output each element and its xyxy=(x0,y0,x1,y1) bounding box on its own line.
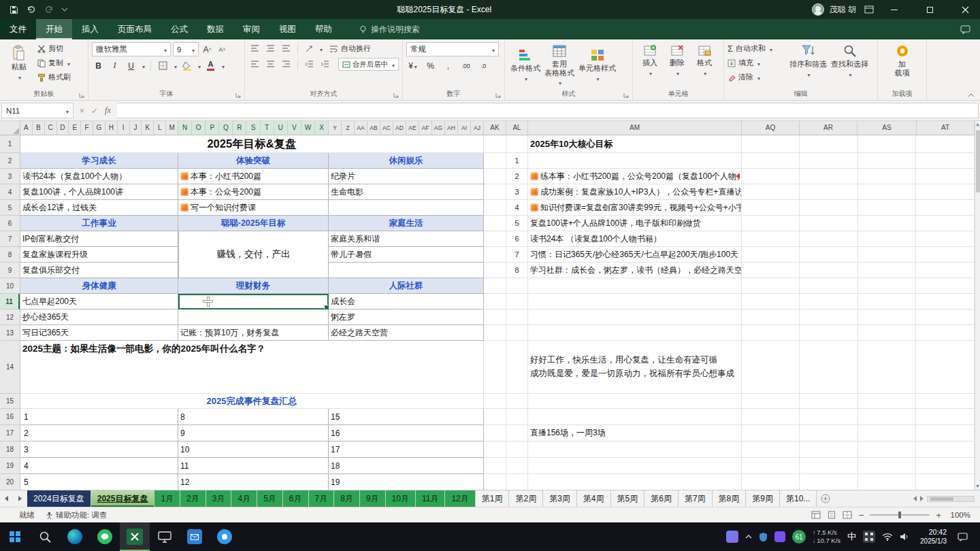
font-size-select[interactable]: 9 xyxy=(173,42,199,56)
cell[interactable] xyxy=(506,425,528,441)
scrollbar-thumb[interactable] xyxy=(976,130,980,193)
column-header-selected[interactable]: X xyxy=(315,121,329,135)
sheet-tab[interactable]: 第3周 xyxy=(543,490,577,507)
zoom-out-button[interactable]: − xyxy=(858,510,864,520)
menu-tab[interactable]: 插入 xyxy=(72,19,108,39)
column-header[interactable]: AQ xyxy=(742,121,800,135)
paste-button[interactable]: 粘贴 xyxy=(3,44,35,82)
section-header-health[interactable]: 身体健康 xyxy=(20,278,178,294)
name-box[interactable]: N11 xyxy=(1,103,74,118)
cell[interactable] xyxy=(528,441,742,458)
row-header[interactable]: 12 xyxy=(0,310,20,325)
cancel-icon[interactable]: × xyxy=(80,106,84,116)
cell[interactable]: 1 xyxy=(20,409,178,425)
maximize-button[interactable] xyxy=(915,0,945,19)
column-header[interactable]: K xyxy=(142,121,154,135)
column-header-selected[interactable]: S xyxy=(246,121,260,135)
sheet-tab[interactable]: 3月 xyxy=(206,490,232,507)
sheet-tab[interactable]: 9月 xyxy=(360,490,386,507)
cell[interactable] xyxy=(742,310,975,325)
sort-filter-button[interactable]: 排序和筛选 xyxy=(787,42,829,80)
cell[interactable]: 复盘家族课程升级 xyxy=(20,247,178,263)
taskbar-search-button[interactable] xyxy=(30,522,60,551)
taskbar-clock[interactable]: 20:42 2025/1/3 xyxy=(916,528,951,546)
row-header[interactable]: 6 xyxy=(0,216,20,231)
close-button[interactable] xyxy=(950,0,980,19)
zoom-slider[interactable] xyxy=(870,514,930,516)
column-header[interactable]: AD xyxy=(393,121,406,135)
column-header-selected[interactable]: O xyxy=(192,121,206,135)
copy-button[interactable]: 复制 xyxy=(37,56,71,69)
page-break-view-icon[interactable] xyxy=(843,511,852,519)
cell[interactable] xyxy=(178,310,329,325)
cell[interactable]: 七点早起200天 xyxy=(20,294,178,310)
row-header[interactable]: 7 xyxy=(0,231,20,247)
menu-tab[interactable]: 审阅 xyxy=(233,19,270,39)
cell[interactable] xyxy=(506,278,528,294)
action-center-icon[interactable] xyxy=(958,533,968,541)
column-header-selected[interactable]: U xyxy=(274,121,288,135)
cell-styles-button[interactable]: 单元格样式 xyxy=(576,46,618,84)
align-bottom-icon[interactable] xyxy=(280,42,293,55)
insert-function-icon[interactable]: fx xyxy=(105,105,111,116)
column-header[interactable]: E xyxy=(69,121,81,135)
accessibility-status[interactable]: 辅助功能: 调查 xyxy=(46,510,107,520)
cell[interactable]: 生命电影 xyxy=(329,184,484,200)
row-header[interactable]: 16 xyxy=(0,409,20,425)
cell[interactable] xyxy=(742,200,975,216)
formula-input[interactable] xyxy=(117,103,979,118)
cell[interactable] xyxy=(484,278,506,294)
cell[interactable]: 7 xyxy=(506,247,528,263)
cell[interactable] xyxy=(742,409,975,425)
cell[interactable] xyxy=(506,458,528,474)
cell[interactable] xyxy=(742,425,975,441)
column-header[interactable]: AL xyxy=(506,121,528,135)
insert-cells-button[interactable]: 插入 xyxy=(636,42,664,78)
cell[interactable] xyxy=(329,200,484,216)
row-header[interactable]: 17 xyxy=(0,425,20,441)
sheet-nav-right-icon[interactable] xyxy=(14,490,27,507)
cut-button[interactable]: 剪切 xyxy=(37,42,71,55)
cell[interactable] xyxy=(506,341,528,394)
row-header[interactable]: 1 xyxy=(0,135,20,153)
cell[interactable]: 4 xyxy=(506,200,528,216)
column-header[interactable]: AM xyxy=(528,121,742,135)
align-left-icon[interactable] xyxy=(248,58,261,71)
cell[interactable]: 9 xyxy=(178,425,329,441)
row-header[interactable]: 20 xyxy=(0,474,20,490)
cell[interactable] xyxy=(528,310,742,325)
cell[interactable] xyxy=(484,231,506,247)
start-button[interactable] xyxy=(0,522,30,551)
cell[interactable] xyxy=(742,474,975,490)
column-header[interactable]: B xyxy=(33,121,45,135)
row-header[interactable]: 5 xyxy=(0,200,20,216)
cell[interactable] xyxy=(742,394,975,409)
fill-button[interactable]: 填充 xyxy=(728,56,787,69)
column-header[interactable]: AE xyxy=(406,121,419,135)
cell[interactable]: 2 xyxy=(506,169,528,184)
cell[interactable]: 知识付费课=复盘创富30讲卖99元，视频号+公众号+小宇宙 xyxy=(528,200,742,216)
cell[interactable] xyxy=(484,153,506,169)
sheet-tab[interactable]: 2024目标复盘 xyxy=(27,490,91,507)
row-header[interactable]: 2 xyxy=(0,153,20,169)
cell[interactable]: 直播156场，一周3场 xyxy=(528,425,742,441)
column-header[interactable]: G xyxy=(93,121,105,135)
row-header[interactable]: 14 xyxy=(0,341,20,394)
column-header[interactable]: AS xyxy=(858,121,917,135)
column-header[interactable]: AK xyxy=(484,121,506,135)
row-header[interactable]: 15 xyxy=(0,394,20,409)
wrap-text-button[interactable]: 自动换行 xyxy=(329,42,371,55)
selected-cell[interactable] xyxy=(178,294,329,310)
section-header-study[interactable]: 学习成长 xyxy=(20,153,178,169)
font-name-select[interactable]: 微软雅黑 xyxy=(92,42,171,56)
menu-tab[interactable]: 公式 xyxy=(161,19,197,39)
avatar[interactable] xyxy=(812,3,824,16)
cell[interactable]: 8 xyxy=(178,409,329,425)
cell[interactable]: 19 xyxy=(329,474,484,490)
cell[interactable] xyxy=(484,441,506,458)
cell[interactable]: 17 xyxy=(329,441,484,458)
sheet-tab[interactable]: 第10... xyxy=(780,490,817,507)
italic-button[interactable]: I xyxy=(108,59,121,72)
cell[interactable]: 15 xyxy=(329,409,484,425)
accounting-format-button[interactable]: ¥ xyxy=(406,59,419,72)
